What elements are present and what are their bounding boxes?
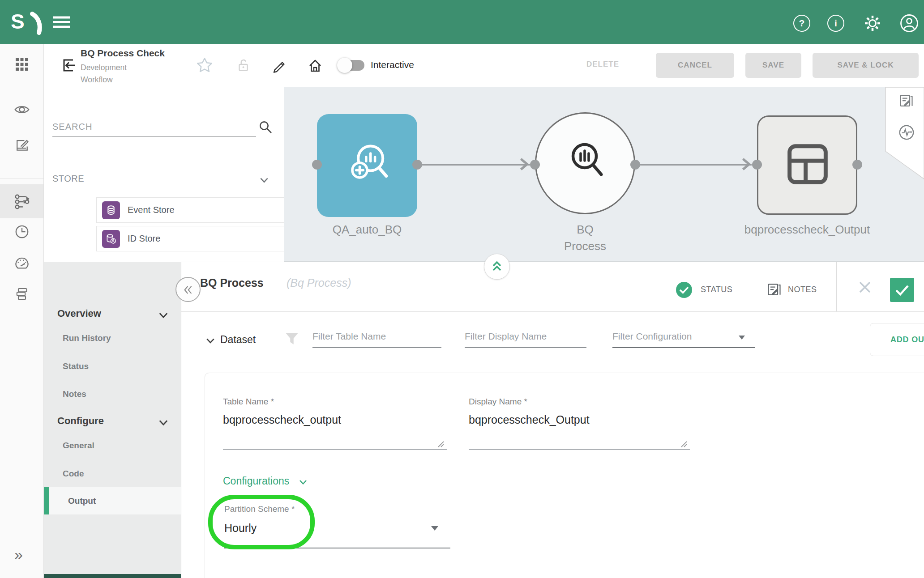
account-icon[interactable] <box>900 14 919 33</box>
delete-button[interactable]: DELETE <box>586 60 619 69</box>
partition-scheme-label: Partition Scheme * <box>224 504 295 514</box>
edge-qa-to-bqprocess <box>417 164 530 166</box>
cancel-button[interactable]: CANCEL <box>656 53 734 78</box>
canvas-notes-icon[interactable] <box>898 93 914 109</box>
collapse-panel-button[interactable] <box>484 254 510 280</box>
canvas-activity-pulse-icon[interactable] <box>898 124 915 141</box>
active-nav-indicator <box>44 487 49 514</box>
table-name-value[interactable]: bqprocesscheck_output <box>223 413 341 426</box>
edit-pencil-icon[interactable] <box>271 57 287 73</box>
compose-edit-icon[interactable] <box>14 137 30 153</box>
add-output-button[interactable]: ADD OU <box>870 323 924 356</box>
configure-chevron-down-icon[interactable] <box>158 417 169 429</box>
edge-arrowhead-icon <box>517 157 530 171</box>
save-button[interactable]: SAVE <box>745 53 801 78</box>
close-icon[interactable] <box>858 280 872 294</box>
port-in[interactable] <box>530 160 540 170</box>
notes-tab-label[interactable]: NOTES <box>788 285 817 294</box>
gauge-dashboard-icon[interactable] <box>14 255 30 272</box>
configurations-chevron-down-icon[interactable] <box>298 477 308 487</box>
partition-scheme-underline <box>224 548 450 548</box>
hamburger-menu-icon[interactable] <box>52 16 73 29</box>
port-out[interactable] <box>412 160 422 170</box>
filter-table-name-field[interactable] <box>312 326 441 348</box>
rail-divider <box>0 178 43 178</box>
stack-layers-icon[interactable] <box>15 287 29 301</box>
explorer-panel: STORE Event Store ID Store <box>44 87 284 262</box>
expand-rail-icon[interactable]: » <box>14 546 23 563</box>
port-out[interactable] <box>852 160 862 170</box>
settings-gear-icon[interactable] <box>863 14 882 33</box>
workflows-icon[interactable] <box>13 193 30 210</box>
filter-table-name-input[interactable] <box>312 326 441 347</box>
filter-configuration-select[interactable] <box>612 326 755 348</box>
search-field[interactable] <box>52 117 256 137</box>
overview-chevron-down-icon[interactable] <box>158 310 169 321</box>
textarea-resize-icon[interactable] <box>680 440 688 448</box>
port-in[interactable] <box>312 160 322 170</box>
home-icon[interactable] <box>307 57 323 73</box>
nav-item-code[interactable]: Code <box>63 469 84 479</box>
table-output-icon <box>783 139 833 189</box>
edge-bqprocess-to-output <box>635 164 752 166</box>
configurations-section-label[interactable]: Configurations <box>223 475 289 487</box>
interactive-toggle[interactable] <box>341 60 364 71</box>
view-eye-icon[interactable] <box>13 101 30 118</box>
collapse-nav-button[interactable] <box>175 277 201 302</box>
notes-icon[interactable] <box>766 282 782 298</box>
store-item-id-store[interactable]: ID Store <box>96 226 315 251</box>
history-clock-icon[interactable] <box>14 224 30 239</box>
table-name-label: Table Name * <box>223 397 274 407</box>
help-icon[interactable]: ? <box>793 15 810 32</box>
unlocked-icon[interactable] <box>235 58 251 73</box>
nav-item-status[interactable]: Status <box>63 361 89 371</box>
node-bq-process[interactable] <box>535 112 635 214</box>
brand-logo[interactable]: S <box>11 10 25 33</box>
filter-configuration-input[interactable] <box>612 326 755 347</box>
toggle-knob[interactable] <box>337 58 352 73</box>
status-tab-label[interactable]: STATUS <box>701 285 732 294</box>
nav-item-run-history[interactable]: Run History <box>63 333 111 343</box>
save-and-lock-button[interactable]: SAVE & LOCK <box>813 53 919 78</box>
port-in[interactable] <box>752 160 762 170</box>
nav-section-configure[interactable]: Configure <box>57 415 104 427</box>
favorite-star-icon[interactable] <box>196 57 213 74</box>
filter-display-name-input[interactable] <box>465 326 586 347</box>
rail-divider <box>0 87 43 87</box>
apps-grid-icon[interactable] <box>15 58 29 71</box>
dataset-section-label[interactable]: Dataset <box>220 334 256 346</box>
info-icon[interactable]: i <box>827 15 844 32</box>
textarea-resize-icon[interactable] <box>437 440 445 448</box>
node-bqprocesscheck-output[interactable] <box>757 115 857 215</box>
nav-item-output-active[interactable]: Output <box>44 487 181 514</box>
port-out[interactable] <box>630 160 640 170</box>
event-store-database-icon <box>102 201 120 219</box>
node-label: BQ <box>518 223 652 237</box>
interactive-toggle-label: Interactive <box>371 60 414 70</box>
nav-section-overview[interactable]: Overview <box>57 308 101 319</box>
node-label: QA_auto_BQ <box>300 223 434 237</box>
panel-subtitle: (Bq Process) <box>287 276 351 289</box>
workflow-canvas[interactable]: QA_auto_BQ BQ Process bqprocesscheck_Out… <box>284 87 924 262</box>
exit-workflow-icon[interactable] <box>60 56 77 74</box>
apply-check-button[interactable] <box>890 278 914 302</box>
store-item-event-store[interactable]: Event Store <box>96 197 315 223</box>
panel-header: BQ Process (Bq Process) STATUS NOTES <box>181 262 924 312</box>
nav-item-general[interactable]: General <box>63 441 94 450</box>
partition-dropdown-arrow-icon[interactable] <box>431 526 438 531</box>
filter-display-name-field[interactable] <box>465 326 586 348</box>
store-section-label[interactable]: STORE <box>52 174 84 184</box>
dropdown-arrow-icon <box>739 336 745 340</box>
nav-item-notes[interactable]: Notes <box>63 389 86 399</box>
filter-funnel-icon <box>284 332 299 347</box>
partition-scheme-value[interactable]: Hourly <box>224 522 257 535</box>
table-name-underline <box>223 449 447 450</box>
edge-arrowhead-icon <box>739 157 753 171</box>
display-name-label: Display Name * <box>469 397 527 407</box>
display-name-value[interactable]: bqprocesscheck_Output <box>469 413 590 426</box>
id-store-database-icon <box>102 230 120 248</box>
search-input[interactable] <box>52 117 256 136</box>
dataset-chevron-down-icon[interactable] <box>205 336 216 346</box>
node-qa-auto-bq[interactable] <box>317 114 417 217</box>
store-chevron-down-icon[interactable] <box>259 175 270 186</box>
